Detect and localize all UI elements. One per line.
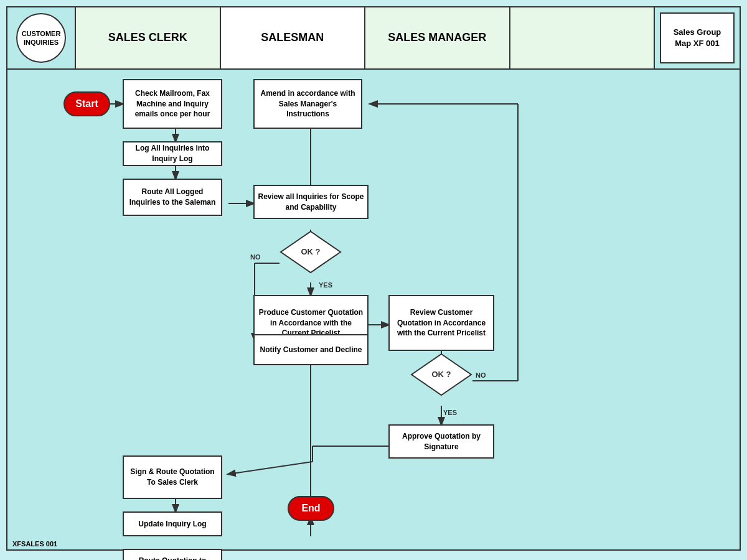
approve-quotation-box: Approve Quotation by Signature: [388, 424, 494, 459]
svg-text:NO: NO: [476, 371, 486, 379]
amend-box: Amend in accordance with Sales Manager's…: [253, 79, 362, 129]
flowchart-area: YES NO YES NO Start Check Mailroom, Fax …: [7, 70, 740, 536]
header: CUSTOMER INQUIRIES SALES CLERK SALESMAN …: [7, 7, 740, 70]
main-container: CUSTOMER INQUIRIES SALES CLERK SALESMAN …: [6, 6, 741, 551]
end-node: End: [288, 496, 334, 521]
review-quotation-box: Review Customer Quotation in Accordance …: [388, 295, 494, 351]
start-node: Start: [63, 91, 110, 116]
sales-group-label: Sales GroupMap XF 001: [674, 27, 721, 49]
ok-diamond-1: OK ?: [280, 230, 342, 276]
route-inquiries-box: Route All Logged Inquiries to the Salema…: [123, 179, 222, 216]
sales-group-box: Sales GroupMap XF 001: [660, 12, 735, 63]
customer-inquiries-section: CUSTOMER INQUIRIES: [7, 7, 76, 68]
log-inquiries-box: Log All Inquiries into Inquiry Log: [123, 141, 222, 166]
svg-text:YES: YES: [319, 281, 332, 289]
svg-text:OK ?: OK ?: [431, 370, 451, 379]
check-mailroom-box: Check Mailroom, Fax Machine and Inquiry …: [123, 79, 222, 129]
svg-text:YES: YES: [443, 409, 457, 416]
review-inquiries-box: Review all Inquiries for Scope and Capab…: [253, 185, 369, 219]
update-log-box: Update Inquiry Log: [123, 511, 222, 536]
notify-decline-box: Notify Customer and Decline: [253, 334, 369, 365]
sign-route-box: Sign & Route Quotation To Sales Clerk: [123, 455, 222, 499]
header-columns: SALES CLERK SALESMAN SALES MANAGER: [76, 7, 655, 68]
route-to-customer-box: Route Quotation to Customer: [123, 549, 222, 560]
footer-label: XFSALES 001: [12, 540, 57, 548]
arrows-svg: YES NO YES NO: [7, 70, 740, 536]
customer-inquiries-label: CUSTOMER INQUIRIES: [17, 29, 65, 47]
svg-text:NO: NO: [250, 253, 261, 261]
empty-header: [510, 7, 654, 68]
salesman-header: SALESMAN: [221, 7, 366, 68]
svg-text:OK ?: OK ?: [301, 247, 320, 256]
customer-inquiries-circle: CUSTOMER INQUIRIES: [16, 13, 66, 63]
ok-diamond-2: OK ?: [410, 353, 472, 399]
sales-clerk-header: SALES CLERK: [76, 7, 221, 68]
svg-line-17: [228, 462, 312, 474]
sales-manager-header: SALES MANAGER: [365, 7, 510, 68]
